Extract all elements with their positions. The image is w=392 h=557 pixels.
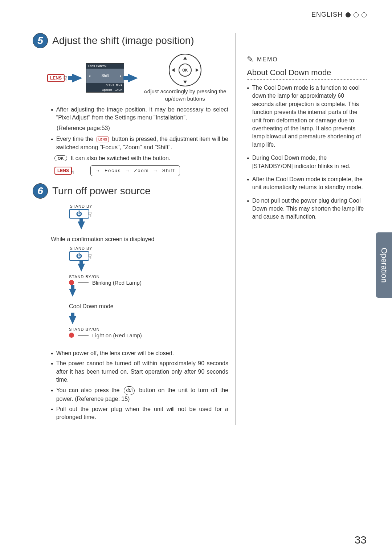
s5-bullet-1: After adjusting the image position, it m… (51, 106, 228, 122)
osd-title: Lens Control (86, 64, 124, 69)
ok-pill: OK (54, 155, 67, 161)
memo-icon: ✎ (247, 55, 254, 64)
side-column: ✎ MEMO About Cool Down mode The Cool Dow… (247, 33, 367, 425)
hand-icon-2: ☟ (70, 167, 74, 175)
confirm-text: While a confirmation screen is displayed (51, 236, 228, 243)
cycle-diagram: → Focus → Zoom → Shift (90, 165, 180, 176)
osd-back: Back (116, 84, 123, 87)
dpad-caption: Adjust accordingly by pressing the up/do… (142, 88, 228, 102)
ok-note: It can also be switched with the button. (71, 155, 171, 162)
step-5-number: 5 (33, 33, 48, 48)
s6-bullet-2: The power cannot be turned off within ap… (51, 359, 228, 384)
section-5-title: Adjust the shift (image position) (52, 35, 194, 46)
language-label: ENGLISH (311, 11, 343, 19)
standby-label-2: STAND BY (70, 246, 92, 251)
memo-b4: Do not pull out the power plug during Co… (247, 197, 367, 221)
memo-underline (247, 79, 367, 80)
s6-bullet-4: Pull out the power plug when the unit wi… (51, 405, 228, 422)
indicator-row-2: Light on (Red Lamp) (69, 332, 228, 338)
memo-label: MEMO (257, 56, 278, 63)
page-header: ENGLISH (33, 11, 367, 19)
s6-bullet-1: When power off, the lens cover will be c… (51, 349, 228, 357)
lens-button: LENS (47, 74, 65, 82)
s5-ref: (Reference page:53) (57, 124, 228, 132)
memo-b1: The Cool Down mode is a function to cool… (247, 84, 367, 149)
arrow-icon-2 (128, 74, 138, 82)
section-6-title: Turn off power source (52, 185, 151, 197)
down-arrow-4 (69, 316, 76, 324)
ok-dpad: OK (169, 54, 201, 86)
indicator-row-1: Blinking (Red Lamp) (69, 280, 228, 286)
power-button-icon: ⏻/I (124, 386, 135, 395)
section-5-header: 5 Adjust the shift (image position) (33, 33, 228, 48)
step-6-number: 6 (33, 183, 48, 199)
section-5-flow: LENS ☟ Lens Control ◂ Shift ▸ Select Bac… (47, 54, 228, 102)
lens-button-inline: LENS (97, 137, 109, 143)
osd-display: Lens Control ◂ Shift ▸ Select Back Opera… (86, 63, 124, 93)
led-icon-2 (69, 333, 74, 338)
hand-icon-3: ☟ (88, 211, 92, 219)
hand-icon-4: ☟ (88, 253, 92, 261)
cooldown-text: Cool Down mode (69, 303, 228, 310)
osd-select: Select (106, 84, 114, 87)
hand-icon: ☟ (63, 75, 67, 83)
indicator-label-1: STAND BY/ON (69, 275, 228, 279)
memo-title: About Cool Down mode (247, 68, 367, 77)
lighton-text: Light on (Red Lamp) (92, 332, 142, 338)
section-6-header: 6 Turn off power source (33, 183, 228, 199)
s6-bullet-3: You can also press the ⏻/I button on the… (51, 386, 228, 403)
standby-button-2: ⏻ (69, 251, 89, 261)
lang-dot-empty-2 (362, 12, 367, 17)
indicator-label-2: STAND BY/ON (69, 327, 228, 332)
arrow-icon (72, 74, 82, 82)
main-column: 5 Adjust the shift (image position) LENS… (33, 33, 236, 425)
cycle-focus: Focus (105, 168, 121, 173)
led-icon-1 (69, 280, 74, 285)
cycle-zoom: Zoom (134, 168, 149, 173)
side-tab-operation: Operation (376, 232, 392, 298)
memo-header: ✎ MEMO (247, 55, 367, 64)
osd-left-arrow: ◂ (89, 74, 90, 78)
osd-item: Shift (102, 74, 109, 78)
standby-button-1: ⏻ (69, 209, 89, 219)
memo-b3: After the Cool Down mode is complete, th… (247, 175, 367, 192)
lens-button-2: LENS (54, 167, 72, 175)
lang-dot-empty-1 (354, 12, 359, 17)
blink-text: Blinking (Red Lamp) (92, 280, 142, 286)
down-arrow-3 (69, 289, 76, 297)
osd-operate: Operate (102, 88, 113, 92)
osd-right-arrow: ▸ (120, 74, 122, 78)
standby-label-1: STAND BY (70, 204, 92, 208)
ok-button-label: OK (179, 64, 192, 77)
down-arrow-1 (78, 221, 85, 229)
lang-dot-filled (346, 12, 351, 17)
page-number: 33 (355, 534, 367, 546)
s5-bullet-2: Every time the LENS button is pressed, t… (51, 135, 228, 151)
memo-b2: During Cool Down mode, the [STANDBY/ON] … (247, 154, 367, 170)
down-arrow-2 (78, 264, 85, 272)
cycle-shift: Shift (162, 168, 175, 173)
osd-back2: BACK (115, 88, 123, 92)
